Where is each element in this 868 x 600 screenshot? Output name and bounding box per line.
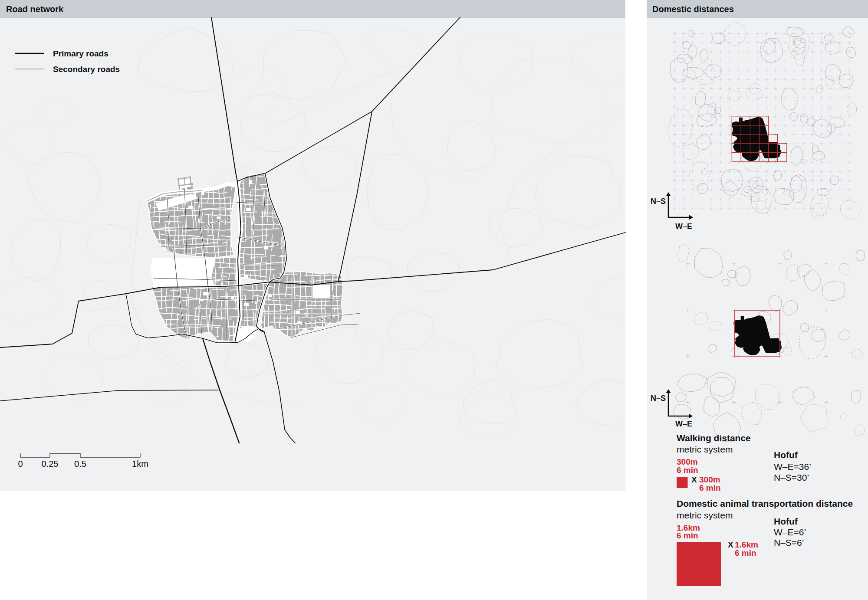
- svg-text:Secondary roads: Secondary roads: [53, 65, 120, 74]
- svg-text:Domestic animal transportation: Domestic animal transportation distance: [677, 498, 853, 508]
- svg-text:6 min: 6 min: [677, 531, 698, 540]
- svg-text:N–S=30’: N–S=30’: [774, 472, 809, 482]
- svg-text:W–E=36’: W–E=36’: [774, 462, 811, 472]
- svg-text:300m: 300m: [677, 457, 698, 466]
- svg-text:X: X: [691, 475, 697, 484]
- svg-text:Road network: Road network: [6, 4, 64, 14]
- svg-text:N–S: N–S: [651, 197, 666, 206]
- svg-text:Hofuf: Hofuf: [774, 516, 798, 526]
- svg-text:300m: 300m: [699, 475, 720, 484]
- svg-text:metric system: metric system: [677, 444, 733, 454]
- svg-text:1km: 1km: [132, 459, 148, 469]
- svg-text:6 min: 6 min: [735, 548, 756, 557]
- svg-text:6 min: 6 min: [677, 466, 698, 475]
- svg-text:0: 0: [18, 459, 23, 469]
- svg-text:Hofuf: Hofuf: [774, 450, 798, 460]
- svg-text:metric system: metric system: [677, 510, 733, 520]
- svg-text:6 min: 6 min: [699, 483, 721, 492]
- svg-text:W–E: W–E: [675, 222, 692, 231]
- svg-text:0.25: 0.25: [42, 459, 59, 469]
- svg-text:W–E: W–E: [675, 420, 692, 428]
- svg-text:0.5: 0.5: [74, 459, 86, 469]
- svg-text:Primary roads: Primary roads: [53, 49, 108, 58]
- svg-text:N–S: N–S: [651, 394, 666, 403]
- svg-text:Domestic distances: Domestic distances: [652, 4, 734, 14]
- svg-text:N–S=6’: N–S=6’: [774, 538, 804, 548]
- svg-text:W–E=6’: W–E=6’: [774, 527, 806, 537]
- svg-text:X: X: [728, 540, 733, 549]
- svg-text:Walking distance: Walking distance: [677, 433, 751, 443]
- svg-text:1.6km: 1.6km: [735, 540, 758, 549]
